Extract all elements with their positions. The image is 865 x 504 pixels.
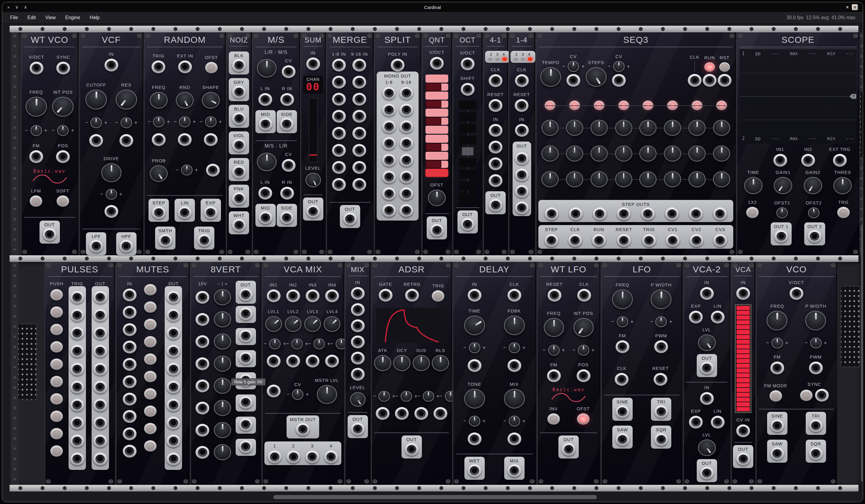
- jack-port[interactable]: [700, 467, 714, 479]
- octave-step[interactable]: [459, 112, 476, 121]
- knob[interactable]: [650, 290, 672, 309]
- knob[interactable]: [116, 90, 137, 109]
- jack-port[interactable]: [239, 440, 253, 453]
- jack-port[interactable]: [617, 208, 631, 220]
- jack-port[interactable]: [351, 423, 365, 435]
- trim-knob[interactable]: [469, 342, 480, 353]
- jack-port[interactable]: [232, 59, 246, 72]
- knob[interactable]: [504, 389, 525, 409]
- knob[interactable]: [688, 145, 706, 162]
- jack-port[interactable]: [325, 290, 339, 302]
- jack-port[interactable]: [119, 240, 133, 253]
- knob[interactable]: [350, 392, 366, 407]
- jack-port[interactable]: [641, 208, 655, 220]
- octave-step[interactable]: [462, 147, 473, 155]
- octave-step[interactable]: [459, 193, 476, 202]
- knob[interactable]: [805, 310, 826, 330]
- led-button[interactable]: [50, 359, 63, 370]
- step-led[interactable]: [545, 101, 555, 110]
- jack-port[interactable]: [306, 57, 320, 70]
- knob[interactable]: [541, 145, 559, 162]
- jack-port[interactable]: [93, 417, 107, 430]
- jack-port[interactable]: [592, 234, 606, 247]
- jack-port[interactable]: [770, 419, 784, 432]
- jack-port[interactable]: [332, 59, 346, 71]
- knob[interactable]: [432, 355, 449, 371]
- jack-port[interactable]: [353, 59, 366, 71]
- jack-port[interactable]: [267, 290, 280, 302]
- led-button[interactable]: [50, 289, 63, 301]
- jack-port[interactable]: [515, 74, 529, 87]
- jack-port[interactable]: [280, 118, 294, 130]
- jack-port[interactable]: [123, 445, 137, 458]
- jack-port[interactable]: [178, 206, 192, 219]
- jack-port[interactable]: [123, 289, 137, 301]
- jack-port[interactable]: [468, 289, 482, 302]
- jack-port[interactable]: [808, 230, 822, 243]
- jack-port[interactable]: [689, 416, 703, 429]
- jack-port[interactable]: [689, 310, 703, 324]
- jack-port[interactable]: [93, 381, 107, 394]
- jack-port[interactable]: [809, 447, 823, 460]
- jack-port[interactable]: [700, 287, 714, 300]
- trim-knob[interactable]: [269, 339, 280, 349]
- key-white[interactable]: [426, 92, 448, 99]
- jack-port[interactable]: [232, 165, 246, 178]
- trim-knob[interactable]: [808, 208, 819, 218]
- jack-port[interactable]: [515, 185, 529, 198]
- jack-port[interactable]: [405, 289, 419, 302]
- jack-port[interactable]: [615, 373, 628, 386]
- knob[interactable]: [573, 318, 594, 337]
- jack-port[interactable]: [325, 355, 339, 367]
- jack-port[interactable]: [382, 104, 396, 116]
- jack-port[interactable]: [515, 168, 529, 181]
- knob[interactable]: [504, 315, 525, 335]
- jack-port[interactable]: [489, 157, 503, 170]
- jack-port[interactable]: [204, 133, 218, 146]
- jack-port[interactable]: [119, 134, 133, 147]
- knob[interactable]: [257, 153, 277, 171]
- jack-port[interactable]: [353, 178, 366, 191]
- jack-port[interactable]: [353, 127, 366, 140]
- led-button[interactable]: [704, 62, 715, 72]
- knob[interactable]: [590, 120, 608, 136]
- knob[interactable]: [804, 177, 822, 194]
- trim-knob[interactable]: [810, 338, 822, 348]
- jack-port[interactable]: [382, 120, 396, 133]
- jack-port[interactable]: [196, 446, 209, 459]
- jack-port[interactable]: [489, 141, 503, 154]
- jack-port[interactable]: [770, 447, 784, 460]
- jack-port[interactable]: [196, 291, 209, 304]
- key-white[interactable]: [426, 135, 448, 143]
- led-button[interactable]: [770, 390, 782, 402]
- jack-port[interactable]: [232, 85, 246, 98]
- led-button[interactable]: [432, 290, 444, 302]
- jack-port[interactable]: [259, 118, 273, 130]
- jack-port[interactable]: [461, 218, 475, 231]
- trim-knob[interactable]: [121, 117, 132, 128]
- trim-knob[interactable]: [617, 316, 628, 327]
- jack-port[interactable]: [306, 205, 320, 218]
- jack-port[interactable]: [617, 234, 631, 247]
- step-led[interactable]: [643, 101, 653, 110]
- jack-port[interactable]: [654, 373, 667, 386]
- jack-port[interactable]: [332, 161, 346, 174]
- trim-knob[interactable]: [509, 416, 520, 426]
- trim-knob[interactable]: [205, 116, 217, 127]
- jack-port[interactable]: [70, 453, 84, 465]
- knob[interactable]: [615, 145, 632, 162]
- jack-port[interactable]: [282, 159, 296, 172]
- jack-port[interactable]: [400, 154, 413, 167]
- trim-knob[interactable]: [655, 316, 667, 327]
- rack-area[interactable]: WT VCOV/OCTSYNCFREQWT POS−+−+FMPOSBasic.…: [2, 24, 863, 502]
- jack-port[interactable]: [654, 405, 668, 418]
- jack-port[interactable]: [430, 57, 444, 70]
- jack-port[interactable]: [382, 204, 396, 217]
- jack-port[interactable]: [400, 104, 413, 116]
- key-white[interactable]: [426, 74, 448, 83]
- led-button[interactable]: [50, 445, 63, 457]
- jack-port[interactable]: [232, 139, 246, 152]
- knob[interactable]: [214, 355, 231, 372]
- jack-port[interactable]: [166, 399, 180, 411]
- jack-port[interactable]: [593, 208, 607, 220]
